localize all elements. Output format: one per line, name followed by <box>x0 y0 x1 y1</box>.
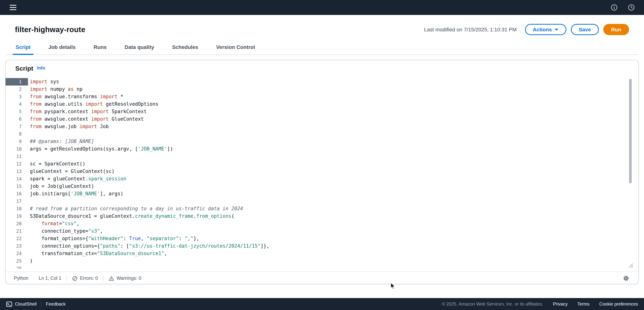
line-number: 1 <box>6 78 28 86</box>
line-number: 22 <box>6 235 28 242</box>
line-number: 9 <box>6 138 28 145</box>
line-number: 13 <box>6 168 28 175</box>
line-number: 23 <box>6 242 28 250</box>
tab-version-control[interactable]: Version Control <box>215 44 256 55</box>
line-number: 8 <box>6 130 28 138</box>
last-modified-text: Last modified on 7/15/2025, 1:10:31 PM <box>424 27 517 33</box>
line-number: 12 <box>6 160 28 168</box>
statusbar-divider <box>66 275 67 281</box>
code-line: # read from a partition corresponding to… <box>30 205 638 212</box>
code-line: ## @params: [JOB_NAME] <box>30 138 638 145</box>
code-line: format_options={"withHeader": True, "sep… <box>30 235 638 242</box>
line-gutter: 1234567891011121314151617181920212223242… <box>6 78 28 268</box>
code-line: import numpy as np <box>30 86 638 93</box>
run-button[interactable]: Run <box>603 24 629 35</box>
line-number: 4 <box>6 101 28 108</box>
menu-icon[interactable] <box>8 3 18 12</box>
code-line: from pyspark.context import SparkContext <box>30 108 638 115</box>
clock-icon[interactable] <box>627 3 636 12</box>
tab-job-details[interactable]: Job details <box>48 44 76 55</box>
code-editor[interactable]: 1234567891011121314151617181920212223242… <box>6 78 638 268</box>
cookie-preferences-link[interactable]: Cookie preferences <box>599 301 638 307</box>
code-line: import sys <box>30 78 638 86</box>
line-number: 20 <box>6 220 28 227</box>
line-number: 19 <box>6 212 28 220</box>
code-line <box>30 130 638 138</box>
statusbar-divider <box>103 275 104 281</box>
cursor-position: Ln 1, Col 1 <box>39 276 62 281</box>
gear-icon <box>623 275 630 282</box>
code-line: job.init(args['JOB_NAME'], args) <box>30 190 638 198</box>
scrollbar-thumb[interactable] <box>629 79 632 183</box>
line-number: 15 <box>6 183 28 190</box>
code-lines: import sysimport numpy as npfrom awsglue… <box>28 78 638 268</box>
line-number: 7 <box>6 123 28 130</box>
code-line: from awsglue.transforms import * <box>30 93 638 101</box>
warnings-status: Warnings: 0 <box>109 275 141 281</box>
code-line: job = Job(glueContext) <box>30 183 638 190</box>
topbar <box>0 0 644 15</box>
main-content: filter-highway-route Last modified on 7/… <box>0 15 644 298</box>
panel-title: Script <box>15 65 33 73</box>
tab-data-quality[interactable]: Data quality <box>124 44 155 55</box>
tab-script[interactable]: Script <box>15 44 31 55</box>
actions-button[interactable]: Actions <box>525 24 566 35</box>
script-panel-header: Script Info <box>6 60 638 78</box>
code-line: from awsglue.job import Job <box>30 123 638 130</box>
cloudshell-icon <box>6 301 12 307</box>
page-title: filter-highway-route <box>15 25 85 34</box>
line-number: 18 <box>6 205 28 212</box>
warnings-label: Warnings: 0 <box>116 276 141 281</box>
copyright-text: © 2025, Amazon Web Services, Inc. or its… <box>442 301 543 307</box>
editor-settings-button[interactable] <box>622 274 630 282</box>
tab-runs[interactable]: Runs <box>93 44 108 55</box>
code-line: S3DataSource_dsource1 = glueContext.crea… <box>30 212 638 220</box>
info-icon[interactable] <box>610 3 619 12</box>
line-number: 26 <box>6 265 28 268</box>
info-link[interactable]: Info <box>37 65 45 71</box>
code-line <box>30 265 638 268</box>
code-line: spark = glueContext.spark_session <box>30 175 638 183</box>
editor-statusbar: Python Ln 1, Col 1 Errors: 0 Warnings: 0 <box>6 271 638 284</box>
caret-down-icon <box>554 28 558 31</box>
tab-schedules[interactable]: Schedules <box>171 44 199 55</box>
errors-status: Errors: 0 <box>72 275 98 281</box>
line-number: 10 <box>6 145 28 153</box>
code-line: args = getResolvedOptions(sys.argv, ['JO… <box>30 145 638 153</box>
actions-button-label: Actions <box>532 27 552 33</box>
error-icon <box>72 275 78 281</box>
script-panel: Script Info 1234567891011121314151617181… <box>5 60 639 284</box>
footer: CloudShell Feedback © 2025, Amazon Web S… <box>0 298 644 310</box>
line-number: 21 <box>6 227 28 235</box>
code-line: transformation_ctx="S3DataSource_dsource… <box>30 250 638 257</box>
warning-icon <box>109 275 114 281</box>
code-line: from awsglue.utils import getResolvedOpt… <box>30 101 638 108</box>
editor-scrollbar[interactable] <box>629 79 632 267</box>
line-number: 16 <box>6 190 28 198</box>
save-button[interactable]: Save <box>571 24 599 35</box>
code-line <box>30 153 638 160</box>
code-line: connection_type="s3", <box>30 227 638 235</box>
privacy-link[interactable]: Privacy <box>553 301 568 307</box>
code-line: ) <box>30 257 638 265</box>
cloudshell-label: CloudShell <box>15 301 36 307</box>
code-line: glueContext = GlueContext(sc) <box>30 168 638 175</box>
line-number: 17 <box>6 198 28 205</box>
line-number: 25 <box>6 257 28 265</box>
errors-label: Errors: 0 <box>80 276 98 281</box>
line-number: 3 <box>6 93 28 101</box>
line-number: 24 <box>6 250 28 257</box>
code-line: from awsglue.context import GlueContext <box>30 115 638 123</box>
code-line: format="csv", <box>30 220 638 227</box>
language-label: Python <box>14 276 28 281</box>
tab-bar: ScriptJob detailsRunsData qualitySchedul… <box>5 44 639 55</box>
footer-divider <box>41 301 42 307</box>
code-line <box>30 198 638 205</box>
feedback-link[interactable]: Feedback <box>46 301 66 307</box>
app-root: filter-highway-route Last modified on 7/… <box>0 0 644 310</box>
cloudshell-button[interactable]: CloudShell <box>6 301 36 307</box>
code-line: sc = SparkContext() <box>30 160 638 168</box>
code-line: connection_options={"paths": ["s3://us-t… <box>30 242 638 250</box>
terms-link[interactable]: Terms <box>578 301 590 307</box>
line-number: 2 <box>6 86 28 93</box>
